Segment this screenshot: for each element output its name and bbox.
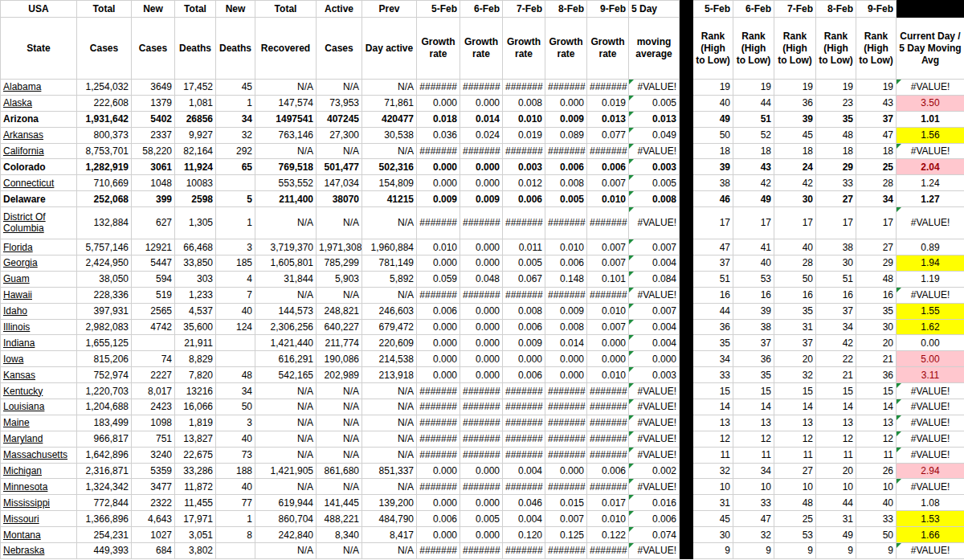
growth-rate-6feb-cell[interactable]: ####### <box>460 399 503 415</box>
rank-7feb-cell[interactable]: 32 <box>774 367 816 383</box>
growth-rate-8feb-cell[interactable]: 0.009 <box>545 303 587 319</box>
growth-rate-7feb-cell[interactable]: ####### <box>503 383 545 399</box>
header-9-feb[interactable]: 9-Feb <box>856 1 897 18</box>
new-deaths-cell[interactable]: 48 <box>216 367 255 383</box>
new-cases-cell[interactable]: 2337 <box>132 127 175 143</box>
current-day-vs-moving-avg-cell[interactable]: 1.01 <box>897 111 964 127</box>
header-active[interactable]: Active <box>317 1 362 18</box>
active-cases-cell[interactable]: 73,953 <box>317 95 362 111</box>
total-cases-cell[interactable]: 183,499 <box>77 415 132 431</box>
moving-average-cell[interactable]: 0.007 <box>629 303 680 319</box>
header-current-day-5-day-moving-avg[interactable]: Current Day / 5 Day Moving Avg <box>897 18 964 80</box>
growth-rate-6feb-cell[interactable]: 0.000 <box>460 367 503 383</box>
prev-day-active-cell[interactable]: 1,960,884 <box>362 239 417 255</box>
rank-5feb-cell[interactable]: 17 <box>693 207 733 239</box>
total-recovered-cell[interactable]: 1497541 <box>255 111 317 127</box>
rank-5feb-cell[interactable]: 47 <box>693 239 733 255</box>
growth-rate-8feb-cell[interactable]: 0.148 <box>545 271 587 287</box>
growth-rate-5feb-cell[interactable]: ####### <box>417 543 460 559</box>
new-cases-cell[interactable]: 2423 <box>132 399 175 415</box>
moving-average-cell[interactable]: 0.084 <box>629 271 680 287</box>
growth-rate-7feb-cell[interactable]: 0.019 <box>503 127 545 143</box>
rank-6feb-cell[interactable]: 53 <box>733 271 774 287</box>
active-cases-cell[interactable]: 248,821 <box>317 303 362 319</box>
rank-9feb-cell[interactable]: 50 <box>856 527 897 543</box>
rank-5feb-cell[interactable]: 31 <box>693 495 733 511</box>
growth-rate-9feb-cell[interactable]: 0.000 <box>587 335 629 351</box>
growth-rate-9feb-cell[interactable]: 0.007 <box>587 239 629 255</box>
new-cases-cell[interactable]: 1098 <box>132 415 175 431</box>
total-deaths-cell[interactable]: 13216 <box>175 383 216 399</box>
rank-8feb-cell[interactable]: 33 <box>816 175 856 191</box>
state-name-cell[interactable]: Colorado <box>1 159 77 175</box>
new-cases-cell[interactable]: 5447 <box>132 255 175 272</box>
total-cases-cell[interactable]: 8,753,701 <box>77 143 132 159</box>
growth-rate-6feb-cell[interactable]: ####### <box>460 447 503 463</box>
rank-9feb-cell[interactable]: 36 <box>856 367 897 383</box>
growth-rate-7feb-cell[interactable]: 0.046 <box>503 495 545 511</box>
total-deaths-cell[interactable]: 26856 <box>175 111 216 127</box>
moving-average-cell[interactable]: #VALUE! <box>629 399 680 415</box>
total-deaths-cell[interactable]: 8,829 <box>175 351 216 367</box>
rank-9feb-cell[interactable]: 9 <box>856 543 897 559</box>
rank-8feb-cell[interactable]: 15 <box>816 383 856 399</box>
rank-8feb-cell[interactable]: 44 <box>816 495 856 511</box>
growth-rate-9feb-cell[interactable]: ####### <box>587 399 629 415</box>
header-total[interactable]: Total <box>175 1 216 18</box>
new-cases-cell[interactable]: 684 <box>132 543 175 559</box>
new-cases-cell[interactable]: 519 <box>132 287 175 303</box>
growth-rate-6feb-cell[interactable]: ####### <box>460 287 503 303</box>
state-name-cell[interactable]: Indiana <box>1 335 77 351</box>
rank-5feb-cell[interactable]: 39 <box>693 159 733 175</box>
rank-7feb-cell[interactable]: 31 <box>774 319 816 335</box>
growth-rate-8feb-cell[interactable]: 0.000 <box>545 95 587 111</box>
growth-rate-5feb-cell[interactable]: 0.000 <box>417 175 460 191</box>
active-cases-cell[interactable]: 141,445 <box>317 495 362 511</box>
rank-8feb-cell[interactable]: 18 <box>816 143 856 159</box>
prev-day-active-cell[interactable]: 851,337 <box>362 463 417 479</box>
rank-5feb-cell[interactable]: 36 <box>693 319 733 335</box>
new-cases-cell[interactable]: 12921 <box>132 239 175 255</box>
growth-rate-8feb-cell[interactable]: 0.009 <box>545 111 587 127</box>
header-cases[interactable]: Cases <box>317 18 362 80</box>
total-recovered-cell[interactable]: 616,291 <box>255 351 317 367</box>
rank-6feb-cell[interactable]: 9 <box>733 543 774 559</box>
total-recovered-cell[interactable]: 144,573 <box>255 303 317 319</box>
prev-day-active-cell[interactable]: N/A <box>362 287 417 303</box>
growth-rate-7feb-cell[interactable]: 0.067 <box>503 271 545 287</box>
rank-7feb-cell[interactable]: 13 <box>774 415 816 431</box>
active-cases-cell[interactable]: 27,300 <box>317 127 362 143</box>
new-deaths-cell[interactable]: 5 <box>216 191 255 207</box>
rank-6feb-cell[interactable]: 44 <box>733 95 774 111</box>
growth-rate-6feb-cell[interactable]: ####### <box>460 383 503 399</box>
growth-rate-7feb-cell[interactable]: 0.008 <box>503 95 545 111</box>
growth-rate-9feb-cell[interactable]: ####### <box>587 447 629 463</box>
new-cases-cell[interactable]: 627 <box>132 207 175 239</box>
rank-7feb-cell[interactable]: 9 <box>774 543 816 559</box>
rank-7feb-cell[interactable]: 12 <box>774 431 816 447</box>
total-deaths-cell[interactable]: 4,537 <box>175 303 216 319</box>
new-deaths-cell[interactable]: 3 <box>216 239 255 255</box>
header-total[interactable]: Total <box>77 1 132 18</box>
state-name-cell[interactable]: Alabama <box>1 80 77 96</box>
active-cases-cell[interactable]: N/A <box>317 447 362 463</box>
moving-average-cell[interactable]: 0.002 <box>629 463 680 479</box>
growth-rate-6feb-cell[interactable]: ####### <box>460 479 503 495</box>
growth-rate-6feb-cell[interactable]: ####### <box>460 80 503 96</box>
state-name-cell[interactable]: Maryland <box>1 431 77 447</box>
total-deaths-cell[interactable]: 17,452 <box>175 80 216 96</box>
rank-9feb-cell[interactable]: 19 <box>856 80 897 96</box>
new-deaths-cell[interactable]: 188 <box>216 463 255 479</box>
growth-rate-6feb-cell[interactable]: 0.000 <box>460 255 503 272</box>
rank-5feb-cell[interactable]: 11 <box>693 447 733 463</box>
growth-rate-9feb-cell[interactable]: 0.077 <box>587 127 629 143</box>
growth-rate-8feb-cell[interactable]: 0.006 <box>545 159 587 175</box>
total-deaths-cell[interactable]: 66,468 <box>175 239 216 255</box>
growth-rate-8feb-cell[interactable]: 0.006 <box>545 255 587 272</box>
header-rank-high-to-low[interactable]: Rank (High to Low) <box>856 18 897 80</box>
header-new[interactable]: New <box>216 1 255 18</box>
rank-6feb-cell[interactable]: 14 <box>733 399 774 415</box>
current-day-vs-moving-avg-cell[interactable]: 0.89 <box>897 239 964 255</box>
header-7-feb[interactable]: 7-Feb <box>503 1 545 18</box>
active-cases-cell[interactable]: 785,299 <box>317 255 362 272</box>
